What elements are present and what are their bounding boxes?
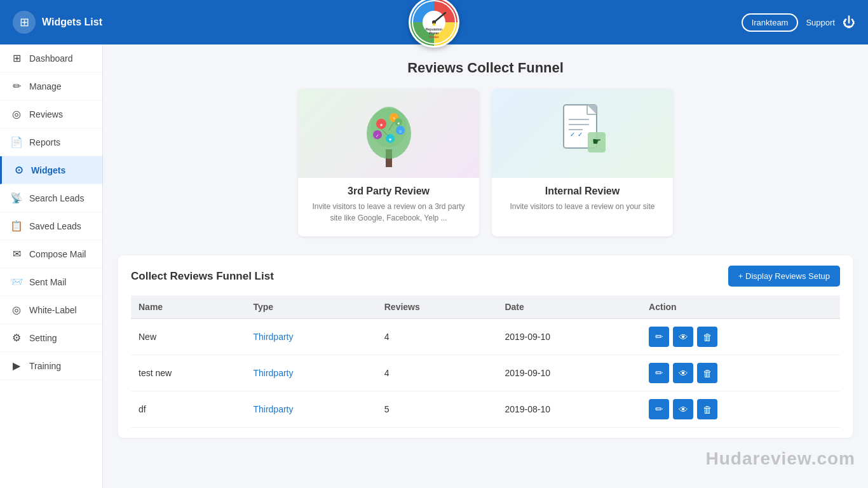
sidebar-item-reviews[interactable]: ◎ Reviews xyxy=(0,100,102,128)
col-header-action: Action xyxy=(641,295,840,319)
svg-text:Ranker: Ranker xyxy=(429,36,439,39)
cell-date: 2019-09-10 xyxy=(497,355,641,391)
sidebar-label-sent-mail: Sent Mail xyxy=(29,277,66,287)
internal-card[interactable]: ✓ ✓ ☛ Internal Review Invite visitors to… xyxy=(492,89,673,236)
svg-text:✓: ✓ xyxy=(376,133,379,138)
sidebar-label-white-label: White-Label xyxy=(29,305,77,315)
logout-icon[interactable]: ⏻ xyxy=(843,15,855,30)
display-setup-button[interactable]: + Display Reviews Setup xyxy=(728,266,840,287)
internal-card-title: Internal Review xyxy=(492,186,673,197)
sidebar-label-reviews: Reviews xyxy=(29,109,63,119)
sidebar-label-search-leads: Search Leads xyxy=(29,193,84,203)
saved-leads-icon: 📋 xyxy=(10,220,23,232)
top-navigation: ⊞ Widgets List R xyxy=(0,0,868,44)
sidebar-item-setting[interactable]: ⚙ Setting xyxy=(0,324,102,352)
internal-card-desc: Invite visitors to leave a review on you… xyxy=(492,201,673,212)
svg-text:☛: ☛ xyxy=(592,136,601,147)
setting-icon: ⚙ xyxy=(10,332,23,344)
compose-mail-icon: ✉ xyxy=(10,248,23,260)
sidebar-label-saved-leads: Saved Leads xyxy=(29,221,81,231)
sidebar-item-training[interactable]: ▶ Training xyxy=(0,352,102,380)
sidebar-label-setting: Setting xyxy=(29,333,57,343)
third-party-card-title: 3rd Party Review xyxy=(298,186,479,197)
cell-reviews: 5 xyxy=(377,391,498,428)
cell-name: df xyxy=(131,391,245,428)
delete-button-1[interactable]: 🗑 xyxy=(697,363,717,383)
sidebar-label-reports: Reports xyxy=(29,137,60,147)
table-row: test new Thirdparty 4 2019-09-10 ✏ 👁 🗑 xyxy=(131,355,840,391)
nav-right: Irankteam Support ⏻ xyxy=(742,13,855,32)
edit-button-1[interactable]: ✏ xyxy=(649,363,669,383)
table-header-row: Collect Reviews Funnel List + Display Re… xyxy=(131,266,840,287)
svg-text:●: ● xyxy=(397,121,399,125)
view-button-0[interactable]: 👁 xyxy=(673,327,693,347)
cell-action: ✏ 👁 🗑 xyxy=(641,355,840,391)
sidebar-label-widgets: Widgets xyxy=(31,165,65,175)
view-button-2[interactable]: 👁 xyxy=(673,399,693,419)
sidebar-item-widgets[interactable]: ⊙ Widgets xyxy=(0,156,102,184)
reviews-icon: ◎ xyxy=(10,108,23,120)
table-row: New Thirdparty 4 2019-09-10 ✏ 👁 🗑 xyxy=(131,319,840,355)
tree-illustration: ★ + ☺ ✓ ♥ ● xyxy=(357,95,421,172)
cell-name: New xyxy=(131,319,245,355)
logo-inner: Reputation Power Ranker xyxy=(410,0,458,46)
sidebar-item-dashboard[interactable]: ⊞ Dashboard xyxy=(0,44,102,72)
support-button[interactable]: Support xyxy=(806,18,835,27)
sent-mail-icon: 📨 xyxy=(10,276,23,288)
page-title: Reviews Collect Funnel xyxy=(118,60,853,76)
main-content: Reviews Collect Funnel xyxy=(103,44,868,488)
layout: ⊞ Dashboard ✏ Manage ◎ Reviews 📄 Reports… xyxy=(0,44,868,488)
svg-text:★: ★ xyxy=(379,123,383,127)
brand-title: Widgets List xyxy=(42,17,102,28)
third-party-card[interactable]: ★ + ☺ ✓ ♥ ● 3rd Party Review Invite visi… xyxy=(298,89,479,236)
third-party-card-image: ★ + ☺ ✓ ♥ ● xyxy=(298,89,479,178)
dashboard-icon: ⊞ xyxy=(10,52,23,64)
table-section-title: Collect Reviews Funnel List xyxy=(131,270,274,283)
svg-text:✓: ✓ xyxy=(578,131,583,138)
sidebar-item-search-leads[interactable]: 📡 Search Leads xyxy=(0,184,102,212)
sidebar-item-manage[interactable]: ✏ Manage xyxy=(0,72,102,100)
funnel-table: Name Type Reviews Date Action New Thirdp… xyxy=(131,295,840,428)
search-leads-icon: 📡 xyxy=(10,192,23,204)
cell-action: ✏ 👁 🗑 xyxy=(641,319,840,355)
delete-button-0[interactable]: 🗑 xyxy=(697,327,717,347)
training-icon: ▶ xyxy=(10,360,23,372)
edit-button-2[interactable]: ✏ xyxy=(649,399,669,419)
logo-area: Reputation Power Ranker xyxy=(409,0,459,48)
sidebar-item-compose-mail[interactable]: ✉ Compose Mail xyxy=(0,240,102,268)
doc-illustration: ✓ ✓ ☛ xyxy=(551,95,614,172)
third-party-card-desc: Invite visitors to leave a review on a 3… xyxy=(298,201,479,224)
table-section: Collect Reviews Funnel List + Display Re… xyxy=(118,255,853,438)
sidebar-label-manage: Manage xyxy=(29,81,62,92)
col-header-date: Date xyxy=(497,295,641,319)
cell-type[interactable]: Thirdparty xyxy=(245,391,376,428)
sidebar-item-sent-mail[interactable]: 📨 Sent Mail xyxy=(0,268,102,296)
col-header-name: Name xyxy=(131,295,245,319)
user-button[interactable]: Irankteam xyxy=(742,13,799,32)
cell-date: 2019-09-10 xyxy=(497,319,641,355)
table-row: df Thirdparty 5 2019-08-10 ✏ 👁 🗑 xyxy=(131,391,840,428)
cell-reviews: 4 xyxy=(377,319,498,355)
brand-area: ⊞ Widgets List xyxy=(13,11,102,34)
svg-text:Power: Power xyxy=(429,31,438,35)
cell-action: ✏ 👁 🗑 xyxy=(641,391,840,428)
logo: Reputation Power Ranker xyxy=(409,0,459,48)
internal-card-image: ✓ ✓ ☛ xyxy=(492,89,673,178)
cell-type[interactable]: Thirdparty xyxy=(245,355,376,391)
sidebar-item-white-label[interactable]: ◎ White-Label xyxy=(0,296,102,324)
cell-date: 2019-08-10 xyxy=(497,391,641,428)
sidebar-item-reports[interactable]: 📄 Reports xyxy=(0,128,102,156)
widgets-icon: ⊙ xyxy=(12,164,25,176)
nav-icon: ⊞ xyxy=(13,11,36,34)
cards-row: ★ + ☺ ✓ ♥ ● 3rd Party Review Invite visi… xyxy=(118,89,853,236)
svg-text:+: + xyxy=(392,116,395,121)
cell-type[interactable]: Thirdparty xyxy=(245,319,376,355)
view-button-1[interactable]: 👁 xyxy=(673,363,693,383)
sidebar-label-compose-mail: Compose Mail xyxy=(29,249,86,259)
reports-icon: 📄 xyxy=(10,136,23,148)
delete-button-2[interactable]: 🗑 xyxy=(697,399,717,419)
edit-button-0[interactable]: ✏ xyxy=(649,327,669,347)
cell-name: test new xyxy=(131,355,245,391)
sidebar-item-saved-leads[interactable]: 📋 Saved Leads xyxy=(0,212,102,240)
sidebar-label-training: Training xyxy=(29,361,61,371)
